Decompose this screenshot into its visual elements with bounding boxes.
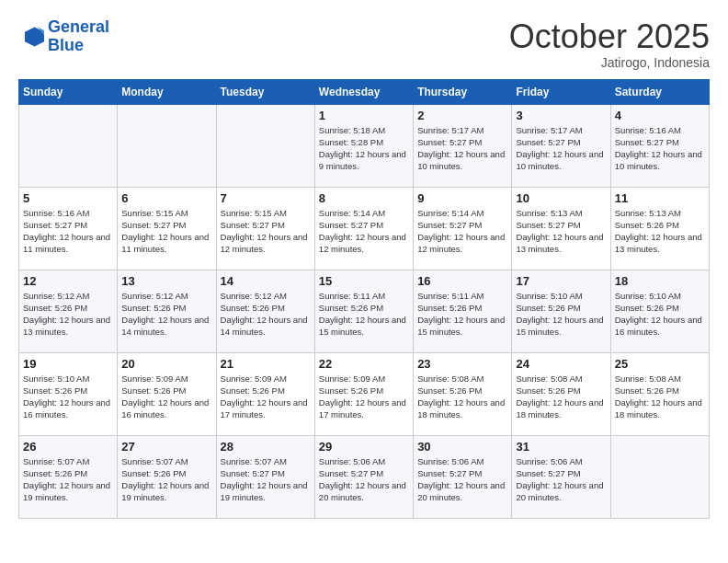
calendar-cell: 8Sunrise: 5:14 AMSunset: 5:27 PMDaylight…: [314, 187, 413, 270]
calendar-cell: 7Sunrise: 5:15 AMSunset: 5:27 PMDaylight…: [216, 187, 314, 270]
day-number: 23: [417, 357, 507, 371]
day-number: 5: [23, 191, 113, 205]
day-info: Sunrise: 5:11 AMSunset: 5:26 PMDaylight:…: [417, 290, 507, 339]
calendar-cell: 13Sunrise: 5:12 AMSunset: 5:26 PMDayligh…: [118, 270, 216, 352]
day-info: Sunrise: 5:10 AMSunset: 5:26 PMDaylight:…: [615, 290, 705, 339]
day-info: Sunrise: 5:11 AMSunset: 5:26 PMDaylight:…: [319, 290, 409, 339]
day-info: Sunrise: 5:13 AMSunset: 5:26 PMDaylight:…: [615, 207, 705, 256]
day-info: Sunrise: 5:10 AMSunset: 5:26 PMDaylight:…: [23, 373, 113, 421]
day-info: Sunrise: 5:08 AMSunset: 5:26 PMDaylight:…: [615, 373, 705, 421]
day-number: 17: [516, 274, 606, 288]
day-number: 10: [516, 191, 606, 205]
day-info: Sunrise: 5:13 AMSunset: 5:27 PMDaylight:…: [516, 207, 606, 256]
calendar-cell: 25Sunrise: 5:08 AMSunset: 5:26 PMDayligh…: [610, 352, 709, 435]
calendar-cell: 26Sunrise: 5:07 AMSunset: 5:26 PMDayligh…: [19, 435, 118, 518]
day-number: 30: [417, 440, 507, 454]
day-number: 2: [417, 109, 507, 122]
location-subtitle: Jatirogo, Indonesia: [509, 55, 710, 70]
logo-line2: Blue: [48, 36, 84, 54]
calendar-cell: [118, 104, 216, 187]
calendar-cell: 9Sunrise: 5:14 AMSunset: 5:27 PMDaylight…: [414, 187, 512, 270]
calendar-cell: 5Sunrise: 5:16 AMSunset: 5:27 PMDaylight…: [19, 187, 118, 270]
calendar-cell: [19, 104, 118, 187]
calendar-cell: 30Sunrise: 5:06 AMSunset: 5:27 PMDayligh…: [414, 435, 512, 518]
weekday-header: Tuesday: [216, 79, 314, 104]
day-info: Sunrise: 5:10 AMSunset: 5:26 PMDaylight:…: [516, 290, 606, 339]
day-info: Sunrise: 5:14 AMSunset: 5:27 PMDaylight:…: [319, 207, 409, 256]
calendar-cell: 1Sunrise: 5:18 AMSunset: 5:28 PMDaylight…: [314, 104, 413, 187]
day-number: 28: [221, 440, 311, 454]
day-info: Sunrise: 5:15 AMSunset: 5:27 PMDaylight:…: [121, 207, 211, 256]
day-number: 19: [23, 357, 113, 371]
weekday-header: Friday: [512, 79, 610, 104]
day-number: 13: [121, 274, 211, 288]
page-header: General Blue October 2025 Jatirogo, Indo…: [18, 18, 710, 70]
month-title: October 2025: [509, 18, 710, 55]
calendar-cell: 10Sunrise: 5:13 AMSunset: 5:27 PMDayligh…: [512, 187, 610, 270]
day-number: 1: [319, 109, 409, 122]
day-info: Sunrise: 5:16 AMSunset: 5:27 PMDaylight:…: [23, 207, 113, 256]
day-number: 11: [615, 191, 705, 205]
day-number: 29: [319, 440, 409, 454]
calendar-cell: 23Sunrise: 5:08 AMSunset: 5:26 PMDayligh…: [414, 352, 512, 435]
calendar-cell: 3Sunrise: 5:17 AMSunset: 5:27 PMDaylight…: [512, 104, 610, 187]
day-number: 16: [417, 274, 507, 288]
calendar-cell: 27Sunrise: 5:07 AMSunset: 5:26 PMDayligh…: [118, 435, 216, 518]
day-info: Sunrise: 5:06 AMSunset: 5:27 PMDaylight:…: [516, 455, 606, 504]
calendar-cell: [610, 435, 709, 518]
day-info: Sunrise: 5:08 AMSunset: 5:26 PMDaylight:…: [417, 373, 507, 421]
day-number: 27: [121, 440, 211, 454]
day-info: Sunrise: 5:09 AMSunset: 5:26 PMDaylight:…: [319, 373, 409, 421]
day-number: 6: [121, 191, 211, 205]
calendar-cell: 4Sunrise: 5:16 AMSunset: 5:27 PMDaylight…: [610, 104, 709, 187]
calendar-cell: 16Sunrise: 5:11 AMSunset: 5:26 PMDayligh…: [414, 270, 512, 352]
day-number: 4: [615, 109, 705, 122]
calendar-table: SundayMondayTuesdayWednesdayThursdayFrid…: [18, 79, 710, 519]
day-number: 8: [319, 191, 409, 205]
day-info: Sunrise: 5:06 AMSunset: 5:27 PMDaylight:…: [319, 455, 409, 504]
calendar-cell: 12Sunrise: 5:12 AMSunset: 5:26 PMDayligh…: [19, 270, 118, 352]
calendar-cell: 19Sunrise: 5:10 AMSunset: 5:26 PMDayligh…: [19, 352, 118, 435]
calendar-cell: 29Sunrise: 5:06 AMSunset: 5:27 PMDayligh…: [314, 435, 413, 518]
day-info: Sunrise: 5:17 AMSunset: 5:27 PMDaylight:…: [516, 124, 606, 173]
calendar-cell: 21Sunrise: 5:09 AMSunset: 5:26 PMDayligh…: [216, 352, 314, 435]
day-number: 21: [221, 357, 311, 371]
day-info: Sunrise: 5:06 AMSunset: 5:27 PMDaylight:…: [417, 455, 507, 504]
day-number: 7: [221, 191, 311, 205]
day-info: Sunrise: 5:15 AMSunset: 5:27 PMDaylight:…: [221, 207, 311, 256]
calendar-cell: 28Sunrise: 5:07 AMSunset: 5:27 PMDayligh…: [216, 435, 314, 518]
day-info: Sunrise: 5:07 AMSunset: 5:26 PMDaylight:…: [23, 455, 113, 504]
day-info: Sunrise: 5:09 AMSunset: 5:26 PMDaylight:…: [221, 373, 311, 421]
weekday-header: Wednesday: [314, 79, 413, 104]
calendar-cell: 20Sunrise: 5:09 AMSunset: 5:26 PMDayligh…: [118, 352, 216, 435]
calendar-cell: [216, 104, 314, 187]
day-info: Sunrise: 5:07 AMSunset: 5:26 PMDaylight:…: [121, 455, 211, 504]
calendar-header: SundayMondayTuesdayWednesdayThursdayFrid…: [19, 79, 710, 104]
day-number: 20: [121, 357, 211, 371]
calendar-cell: 6Sunrise: 5:15 AMSunset: 5:27 PMDaylight…: [118, 187, 216, 270]
day-number: 14: [221, 274, 311, 288]
day-number: 22: [319, 357, 409, 371]
calendar-cell: 2Sunrise: 5:17 AMSunset: 5:27 PMDaylight…: [414, 104, 512, 187]
title-block: October 2025 Jatirogo, Indonesia: [509, 18, 710, 70]
calendar-cell: 17Sunrise: 5:10 AMSunset: 5:26 PMDayligh…: [512, 270, 610, 352]
logo-line1: General: [48, 17, 109, 36]
calendar-cell: 22Sunrise: 5:09 AMSunset: 5:26 PMDayligh…: [314, 352, 413, 435]
day-info: Sunrise: 5:17 AMSunset: 5:27 PMDaylight:…: [417, 124, 507, 173]
day-info: Sunrise: 5:12 AMSunset: 5:26 PMDaylight:…: [23, 290, 113, 339]
day-info: Sunrise: 5:08 AMSunset: 5:26 PMDaylight:…: [516, 373, 606, 421]
day-info: Sunrise: 5:07 AMSunset: 5:27 PMDaylight:…: [221, 455, 311, 504]
calendar-cell: 31Sunrise: 5:06 AMSunset: 5:27 PMDayligh…: [512, 435, 610, 518]
day-number: 9: [417, 191, 507, 205]
day-info: Sunrise: 5:16 AMSunset: 5:27 PMDaylight:…: [615, 124, 705, 173]
calendar-cell: 11Sunrise: 5:13 AMSunset: 5:26 PMDayligh…: [610, 187, 709, 270]
day-info: Sunrise: 5:12 AMSunset: 5:26 PMDaylight:…: [221, 290, 311, 339]
day-info: Sunrise: 5:14 AMSunset: 5:27 PMDaylight:…: [417, 207, 507, 256]
day-number: 12: [23, 274, 113, 288]
day-info: Sunrise: 5:09 AMSunset: 5:26 PMDaylight:…: [121, 373, 211, 421]
day-number: 15: [319, 274, 409, 288]
day-info: Sunrise: 5:18 AMSunset: 5:28 PMDaylight:…: [319, 124, 409, 173]
weekday-header: Monday: [118, 79, 216, 104]
calendar-cell: 18Sunrise: 5:10 AMSunset: 5:26 PMDayligh…: [610, 270, 709, 352]
logo-icon: [18, 24, 44, 50]
